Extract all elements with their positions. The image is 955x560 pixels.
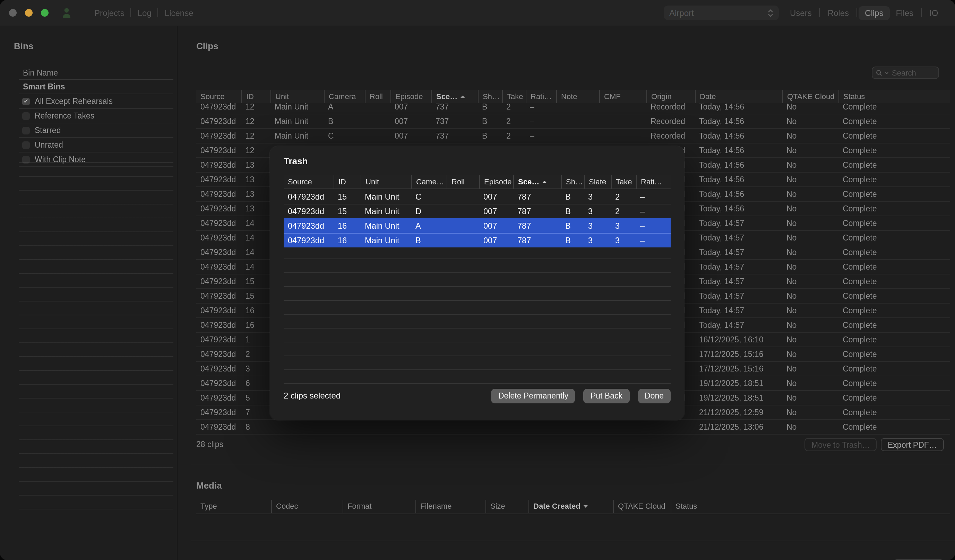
clips-column-header[interactable]: ID — [241, 90, 271, 103]
cell-status: Complete — [839, 362, 950, 376]
project-select[interactable]: Airport — [664, 6, 779, 20]
move-to-trash-button[interactable]: Move to Trash… — [805, 438, 877, 451]
trash-column-header[interactable]: Episode — [479, 175, 513, 189]
clip-row[interactable]: 047923dd 12 Main Unit B 007 737 B 2 – — [196, 114, 950, 128]
tab[interactable]: Roles — [822, 6, 855, 20]
cell-status: Complete — [839, 260, 950, 274]
bin-checkbox[interactable]: ✓ — [22, 97, 30, 105]
cell-unit: Main Unit — [271, 103, 324, 114]
media-column-header[interactable]: Size — [485, 500, 529, 513]
clips-column-header[interactable]: Roll — [365, 90, 390, 103]
smart-bin-row[interactable]: ✓ Starred — [19, 123, 174, 138]
media-header-underline — [196, 513, 950, 514]
trash-column-header[interactable]: Source — [283, 175, 333, 189]
clips-column-header[interactable]: Camera — [324, 90, 365, 103]
clip-row[interactable]: 047923dd 12 Main Unit C 007 737 B 2 – — [196, 128, 950, 143]
trash-column-header[interactable]: Came… — [411, 175, 447, 189]
zoom-button[interactable] — [41, 9, 49, 17]
cell-date: Today, 14:56 — [695, 114, 782, 128]
tab[interactable]: IO — [923, 6, 944, 20]
media-column-header[interactable]: Filename — [415, 500, 485, 513]
trash-row[interactable]: 047923dd 15 Main Unit C 007 787 B 3 2 – — [283, 189, 671, 204]
cell-status: Complete — [839, 289, 950, 303]
search-field[interactable] — [872, 67, 939, 79]
menu-item[interactable]: Log — [132, 8, 158, 18]
trash-column-header[interactable]: Slate — [584, 175, 611, 189]
cell-date: Today, 14:57 — [695, 318, 782, 332]
cell-id: 8 — [241, 420, 271, 434]
cell-source: 047923dd — [283, 190, 333, 204]
trash-column-header[interactable]: ID — [333, 175, 361, 189]
column-label: ID — [338, 175, 346, 189]
clips-column-header[interactable]: Unit — [271, 90, 324, 103]
trash-column-header[interactable]: Rati… — [636, 175, 671, 189]
trash-column-header[interactable]: Sce… — [513, 175, 561, 189]
cell-qtake-cloud: No — [782, 158, 839, 172]
cell-qtake-cloud: No — [782, 260, 839, 274]
clips-column-header[interactable]: CMF — [599, 90, 647, 103]
tab[interactable]: Users — [784, 6, 818, 20]
clips-column-header[interactable]: Date — [695, 90, 782, 103]
media-column-header[interactable]: QTAKE Cloud — [613, 500, 671, 513]
media-column-header[interactable]: Codec — [271, 500, 343, 513]
column-label: Unit — [276, 90, 289, 103]
cell-date: 17/12/2025, 15:16 — [695, 362, 782, 376]
clips-column-header[interactable]: Rati… — [526, 90, 556, 103]
media-column-header[interactable]: Format — [343, 500, 415, 513]
search-input[interactable] — [891, 68, 935, 78]
cell-camera: B — [324, 114, 365, 128]
column-label: Source — [288, 175, 312, 189]
trash-column-header[interactable]: Sh… — [561, 175, 584, 189]
put-back-button[interactable]: Put Back — [584, 388, 629, 403]
trash-row[interactable]: 047923dd 15 Main Unit D 007 787 B 3 2 – — [283, 204, 671, 218]
cell-status: Complete — [839, 406, 950, 419]
bin-checkbox[interactable]: ✓ — [22, 141, 30, 149]
smart-bin-row[interactable]: ✓ All Except Rehearsals — [19, 94, 174, 109]
clips-column-header[interactable]: Note — [556, 90, 599, 103]
column-label: Roll — [369, 90, 383, 103]
clips-column-header[interactable]: Status — [839, 90, 950, 103]
clip-row[interactable]: 047923dd 8 — [196, 419, 950, 434]
tab-wrap: Users — [784, 6, 822, 20]
cell-source: 047923dd — [196, 103, 241, 114]
clip-row[interactable]: 047923dd 12 Main Unit A 007 737 B 2 – — [196, 103, 950, 114]
cell-status: Complete — [839, 435, 950, 437]
menu-item-wrap: Log — [132, 8, 158, 18]
clips-column-header[interactable]: Sce… — [431, 90, 478, 103]
tab[interactable]: Files — [889, 6, 920, 20]
clips-column-header[interactable]: Source — [196, 90, 241, 103]
selected-count: 2 clips selected — [283, 391, 483, 401]
tab[interactable]: Clips — [859, 6, 889, 20]
clips-column-header[interactable]: Take — [502, 90, 526, 103]
cell-date: 21/12/2025, 12:59 — [695, 406, 782, 419]
cell-qtake-cloud: No — [782, 231, 839, 245]
user-icon[interactable] — [62, 8, 71, 18]
cell-source: 047923dd — [196, 275, 241, 288]
trash-column-header[interactable]: Roll — [447, 175, 479, 189]
clip-row[interactable]: 047923dd 9 — [196, 434, 950, 437]
media-column-header[interactable]: Type — [196, 500, 271, 513]
close-button[interactable] — [9, 9, 17, 17]
trash-column-header[interactable]: Take — [611, 175, 636, 189]
cell-status: Complete — [839, 333, 950, 346]
bin-checkbox[interactable]: ✓ — [22, 126, 30, 134]
minimize-button[interactable] — [25, 9, 33, 17]
export-pdf-button[interactable]: Export PDF… — [881, 438, 944, 451]
delete-permanently-button[interactable]: Delete Permanently — [492, 388, 575, 403]
bin-checkbox[interactable]: ✓ — [22, 112, 30, 120]
clips-column-header[interactable]: Episode — [390, 90, 431, 103]
menu-item[interactable]: License — [158, 8, 200, 18]
bin-label: All Except Rehearsals — [35, 94, 113, 108]
menu-item[interactable]: Projects — [88, 8, 131, 18]
clips-column-header[interactable]: Sh… — [478, 90, 502, 103]
cell-shot: B — [561, 204, 584, 218]
clips-column-header[interactable]: Origin — [647, 90, 695, 103]
clips-column-header[interactable]: QTAKE Cloud — [782, 90, 839, 103]
trash-column-header[interactable]: Unit — [361, 175, 411, 189]
media-column-header[interactable]: Status — [671, 500, 950, 513]
media-column-header[interactable]: Date Created — [529, 500, 613, 513]
smart-bin-row[interactable]: ✓ Reference Takes — [19, 109, 174, 123]
bin-name-column-header[interactable]: Bin Name — [19, 66, 174, 80]
trash-row[interactable]: 047923dd 16 Main Unit A 007 787 B 3 3 – — [283, 218, 671, 233]
done-button[interactable]: Done — [638, 388, 671, 403]
